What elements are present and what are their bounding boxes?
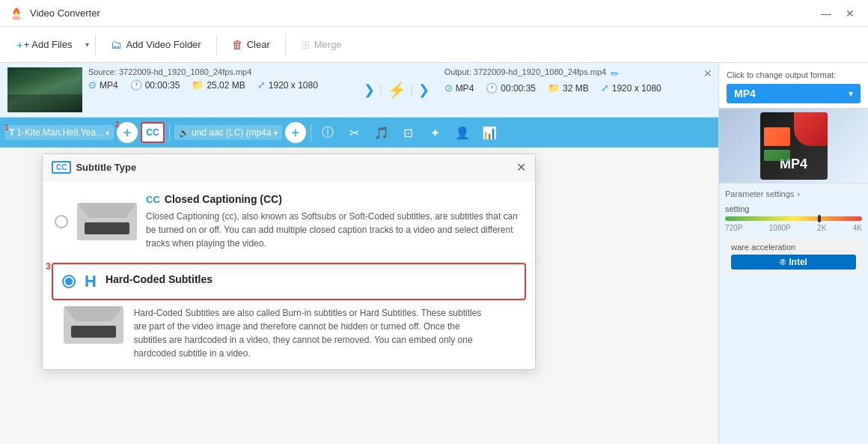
- output-format: MP4: [456, 83, 474, 94]
- subtitle-dialog: CC Subtitle Type ✕: [42, 153, 536, 370]
- settings-text: Parameter settings: [725, 189, 794, 198]
- source-duration: 00:00:35: [145, 80, 180, 91]
- mp4-preview: MP4: [719, 109, 868, 183]
- folder-icon: 🗂: [111, 38, 122, 51]
- track-separator: [169, 124, 170, 142]
- add-track-button[interactable]: +: [117, 122, 138, 143]
- source-info: Source: 3722009-hd_1920_1080_24fps.mp4 ⊙…: [82, 67, 355, 112]
- crop-button[interactable]: ⊡: [397, 122, 421, 143]
- cc-subtitle-button[interactable]: CC: [141, 122, 165, 143]
- watermark-button[interactable]: 👤: [450, 122, 474, 143]
- output-info: Output: 3722009-hd_1920_1080_24fps.mp4 ✏…: [438, 67, 711, 112]
- option-cc-title-row: CC Closed Captioning (CC): [146, 193, 523, 205]
- option-cc-icon-area: [77, 203, 137, 240]
- output-res: 1920 x 1080: [612, 83, 661, 94]
- separator: [95, 34, 96, 55]
- audio-tool-button[interactable]: 🎵: [370, 122, 394, 143]
- trash-icon: 🗑: [232, 38, 243, 51]
- quality-label: setting: [725, 204, 862, 213]
- separator3: [285, 34, 286, 55]
- option-hard-radio[interactable]: [62, 275, 76, 288]
- res-icon: ⤢: [257, 79, 266, 91]
- minimize-button[interactable]: —: [817, 4, 835, 22]
- clear-button[interactable]: 🗑 Clear: [223, 34, 279, 55]
- source-format: MP4: [100, 80, 118, 91]
- track-title-label: 1-Kite.Man.Hell.Yea...: [16, 127, 103, 138]
- file-close-button[interactable]: ✕: [703, 67, 712, 79]
- hw-accel-label: ware acceleration: [731, 243, 795, 252]
- format-selector[interactable]: MP4 ▾: [727, 84, 861, 103]
- source-meta: ⊙ MP4 🕐 00:00:35 📁 25.02 MB ⤢ 1920 x 108…: [88, 79, 349, 91]
- source-duration-item: 🕐 00:00:35: [130, 79, 180, 91]
- track-audio-item[interactable]: 🔊 und aac (LC) (mp4a ▾: [174, 125, 282, 140]
- edit-icon[interactable]: ✏: [611, 68, 619, 79]
- subtitle-header: CC Subtitle Type ✕: [43, 154, 535, 181]
- cc-type-badge: CC: [146, 194, 160, 205]
- output-duration: 00:00:35: [501, 83, 536, 94]
- merge-label: Merge: [314, 39, 342, 50]
- app-logo-icon: [9, 6, 24, 21]
- app-title: Video Converter: [30, 7, 100, 19]
- hw-accel-section: ware acceleration ® Intel: [725, 238, 862, 274]
- source-size-item: 📁 25.02 MB: [192, 79, 245, 91]
- effects-button[interactable]: ✦: [424, 122, 447, 143]
- add-files-label: + Add Files: [24, 39, 73, 50]
- track-separator2: [311, 124, 311, 142]
- subtitle-header-left: CC Subtitle Type: [52, 161, 136, 174]
- option-cc-row: CC Closed Captioning (CC) Closed Caption…: [43, 181, 535, 263]
- option-cc-desc: Closed Captioning (cc), also known as So…: [146, 210, 523, 250]
- output-size: 32 MB: [563, 83, 589, 94]
- folder3-icon: 📁: [548, 82, 560, 94]
- content-area: Source: 3722009-hd_1920_1080_24fps.mp4 ⊙…: [0, 63, 718, 444]
- add-files-dropdown-arrow[interactable]: ▾: [85, 40, 89, 49]
- option-cc-content: CC Closed Captioning (CC) Closed Caption…: [146, 193, 523, 250]
- main-area: Source: 3722009-hd_1920_1080_24fps.mp4 ⊙…: [0, 63, 868, 444]
- audio-dropdown[interactable]: ▾: [274, 129, 278, 137]
- intel-badge[interactable]: ® Intel: [731, 255, 856, 270]
- dialog-area: CC Subtitle Type ✕: [0, 148, 718, 444]
- merge-icon: ⊞: [301, 38, 311, 52]
- enhance-button[interactable]: 📊: [477, 122, 501, 143]
- close-button[interactable]: ✕: [841, 4, 859, 22]
- output-res-item: ⤢ 1920 x 1080: [601, 82, 661, 94]
- badge-2: 2: [115, 121, 120, 129]
- title-bar: Video Converter — ✕: [0, 0, 868, 27]
- add-files-button[interactable]: + + Add Files: [7, 34, 81, 55]
- hard-visual: [64, 306, 123, 344]
- subtitle-dialog-title: Subtitle Type: [76, 162, 136, 173]
- plus-icon: +: [16, 38, 23, 51]
- file-row: Source: 3722009-hd_1920_1080_24fps.mp4 ⊙…: [0, 63, 718, 118]
- option-cc-radio[interactable]: [55, 215, 68, 228]
- output-format-item: ⊙ MP4: [444, 82, 474, 94]
- source-label: Source: 3722009-hd_1920_1080_24fps.mp4: [88, 67, 349, 76]
- track-title-dropdown[interactable]: ▾: [106, 129, 109, 137]
- title-bar-left: Video Converter: [9, 6, 100, 21]
- option-cc-title: Closed Captioning (CC): [165, 193, 282, 205]
- arrow-right-icon: ❯: [364, 82, 375, 98]
- format-dropdown-arrow: ▾: [849, 88, 853, 99]
- track-video-item[interactable]: T 1-Kite.Man.Hell.Yea... ▾: [4, 125, 114, 140]
- option-hard-title: Hard-Coded Subtitles: [106, 273, 213, 285]
- lightning-icon: ⚡: [388, 81, 406, 99]
- subtitle-close-button[interactable]: ✕: [516, 160, 526, 174]
- parameter-settings-label[interactable]: Parameter settings ›: [725, 189, 862, 198]
- source-res-item: ⤢ 1920 x 1080: [257, 79, 318, 91]
- source-size: 25.02 MB: [207, 80, 245, 91]
- quality-bar: [725, 216, 862, 221]
- info-button[interactable]: ⓘ: [316, 122, 340, 143]
- format2-icon: ⊙: [444, 82, 453, 94]
- h-type-badge-icon: H: [85, 272, 97, 291]
- cc-visual-top: [77, 203, 137, 218]
- format-icon: ⊙: [88, 79, 97, 91]
- add-folder-button[interactable]: 🗂 Add Video Folder: [102, 34, 210, 55]
- merge-button[interactable]: ⊞ Merge: [292, 34, 351, 56]
- track-t-label: T: [9, 127, 14, 138]
- toolbar: + + Add Files ▾ 🗂 Add Video Folder 🗑 Cle…: [0, 27, 868, 63]
- option-hard-visual-area: [64, 306, 123, 344]
- add-audio-button[interactable]: +: [285, 122, 306, 143]
- add-folder-label: Add Video Folder: [126, 39, 201, 50]
- right-settings: Parameter settings › setting 720P 1080P …: [719, 183, 868, 444]
- output-meta: ⊙ MP4 🕐 00:00:35 📁 32 MB ⤢ 1920 x 1080: [444, 82, 705, 94]
- cut-button[interactable]: ✂: [343, 122, 367, 143]
- audio-track-label: und aac (LC) (mp4a: [192, 127, 272, 138]
